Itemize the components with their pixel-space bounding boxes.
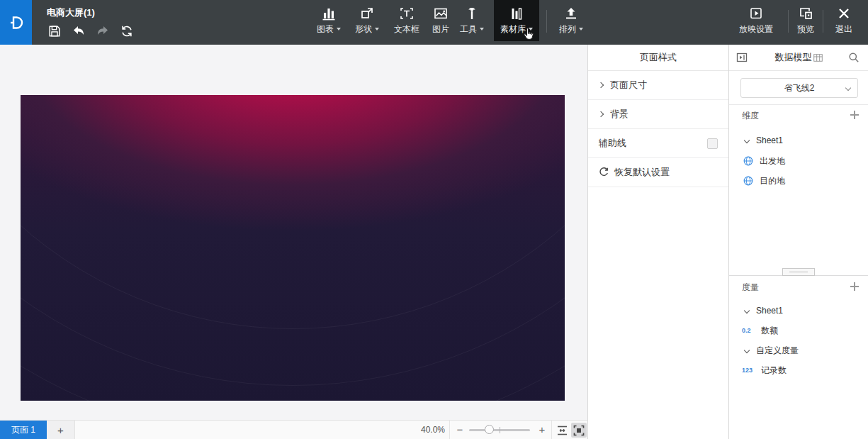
- group-name: Sheet1: [756, 135, 783, 145]
- app-logo: [0, 0, 32, 45]
- dimension-field-destination[interactable]: 目的地: [729, 173, 868, 189]
- tool-arrange[interactable]: 排列: [554, 0, 588, 41]
- add-page-button[interactable]: +: [47, 421, 75, 439]
- dropdown-caret-icon: [337, 28, 341, 30]
- quick-actions: [47, 23, 134, 38]
- save-button[interactable]: [47, 23, 62, 38]
- undo-button[interactable]: [71, 23, 86, 38]
- page-size-section[interactable]: 页面尺寸: [588, 71, 728, 100]
- tool-tools[interactable]: 工具: [455, 0, 489, 41]
- data-panel-header: 数据模型: [729, 45, 868, 71]
- chevron-down-icon: [744, 138, 750, 143]
- tool-label: 工具: [460, 23, 477, 35]
- measure-group-custom[interactable]: 自定义度量: [729, 343, 868, 358]
- toolbar-separator: [788, 10, 789, 33]
- tool-label: 预览: [797, 23, 814, 35]
- design-canvas[interactable]: [21, 95, 565, 401]
- search-icon: [848, 52, 859, 63]
- tool-image[interactable]: 图片: [428, 0, 453, 41]
- dimension-group-sheet1[interactable]: Sheet1: [729, 133, 868, 148]
- exit-icon: [837, 6, 851, 21]
- tool-charts[interactable]: 图表: [312, 0, 346, 41]
- fit-screen-button[interactable]: [571, 423, 587, 438]
- chevron-down-icon: [744, 348, 750, 353]
- group-name: 自定义度量: [756, 345, 799, 357]
- page-tab-1[interactable]: 页面 1: [0, 421, 47, 439]
- textbox-icon: [399, 6, 415, 21]
- toolbar-separator: [546, 10, 547, 33]
- refresh-button[interactable]: [119, 23, 134, 38]
- arrange-icon: [563, 6, 579, 21]
- document-title: 电商大屏(1): [47, 6, 95, 19]
- dropdown-caret-icon: [480, 28, 484, 30]
- background-label: 背景: [610, 108, 629, 121]
- zoom-slider-handle[interactable]: [485, 425, 494, 434]
- workspace: [0, 45, 588, 420]
- group-name: Sheet1: [756, 306, 783, 316]
- dropdown-caret-icon: [529, 28, 533, 30]
- measure-field-amount[interactable]: 0.2 数额: [729, 323, 868, 338]
- guides-label: 辅助线: [599, 137, 626, 150]
- refresh-icon: [120, 25, 133, 38]
- dimensions-label: 维度: [742, 110, 759, 122]
- geo-globe-icon: [743, 176, 753, 186]
- toolbar-separator: [823, 10, 823, 33]
- dimension-field-origin[interactable]: 出发地: [729, 153, 868, 169]
- tool-exit[interactable]: 退出: [828, 0, 860, 41]
- tool-material-library[interactable]: 素材库: [494, 0, 539, 41]
- redo-button[interactable]: [95, 23, 110, 38]
- bar-chart-icon: [321, 6, 337, 21]
- grid-view-icon[interactable]: [813, 54, 823, 62]
- panel-resize-handle[interactable]: [782, 268, 815, 276]
- reset-defaults-button[interactable]: 恢复默认设置: [588, 158, 728, 187]
- count-type-icon: 123: [742, 367, 755, 374]
- canvas-arc: [21, 95, 565, 401]
- search-fields-button[interactable]: [848, 52, 859, 63]
- zoom-slider-tick: [500, 427, 500, 433]
- app-window: 电商大屏(1) 图表 形状 文本框: [0, 0, 868, 439]
- shape-icon: [359, 6, 375, 21]
- page-style-panel: 页面样式 页面尺寸 背景 辅助线 恢复默认设置: [587, 45, 728, 439]
- measures-label: 度量: [742, 282, 759, 294]
- data-model-panel: 数据模型 省飞线2 维度 Sheet1 出发地: [728, 45, 868, 439]
- field-name: 出发地: [760, 155, 785, 167]
- zoom-slider[interactable]: [469, 429, 530, 431]
- chevron-right-icon: [598, 111, 604, 117]
- collapse-panel-icon: [736, 52, 748, 63]
- measure-field-record-count[interactable]: 123 记录数: [729, 362, 868, 378]
- bottombar-divider: [551, 421, 552, 439]
- tool-shapes[interactable]: 形状: [350, 0, 384, 41]
- zoom-out-button[interactable]: −: [453, 421, 466, 439]
- background-section[interactable]: 背景: [588, 100, 728, 129]
- tool-label: 排列: [559, 23, 576, 35]
- preview-icon: [798, 6, 813, 21]
- zoom-in-button[interactable]: +: [536, 421, 548, 439]
- field-name: 数额: [761, 325, 778, 337]
- tool-play-settings[interactable]: 放映设置: [730, 0, 782, 41]
- add-measure-button[interactable]: [850, 282, 859, 291]
- dataset-name: 省飞线2: [784, 83, 815, 93]
- tool-label: 图片: [432, 23, 449, 35]
- page-size-label: 页面尺寸: [610, 79, 647, 91]
- bottom-bar: 页面 1 + 40.0% − +: [0, 420, 588, 439]
- bottombar-divider: [449, 421, 450, 439]
- undo-icon: [72, 25, 86, 38]
- fit-screen-icon: [573, 425, 585, 436]
- top-toolbar: 电商大屏(1) 图表 形状 文本框: [0, 0, 868, 45]
- collapse-panel-button[interactable]: [736, 52, 748, 63]
- guides-checkbox[interactable]: [707, 138, 718, 149]
- play-settings-icon: [748, 6, 764, 21]
- chevron-right-icon: [598, 82, 604, 88]
- guides-row: 辅助线: [588, 129, 728, 158]
- tool-preview[interactable]: 预览: [792, 0, 819, 41]
- material-library-icon: [509, 6, 524, 21]
- fit-width-button[interactable]: [554, 423, 570, 438]
- add-dimension-button[interactable]: [850, 110, 859, 120]
- image-icon: [433, 6, 449, 21]
- measure-group-sheet1[interactable]: Sheet1: [729, 303, 868, 318]
- dataset-selector[interactable]: 省飞线2: [740, 78, 858, 98]
- tool-textbox[interactable]: 文本框: [388, 0, 425, 41]
- tool-label: 素材库: [500, 23, 526, 35]
- decimal-type-icon: 0.2: [742, 327, 755, 334]
- reset-defaults-label: 恢复默认设置: [614, 166, 670, 179]
